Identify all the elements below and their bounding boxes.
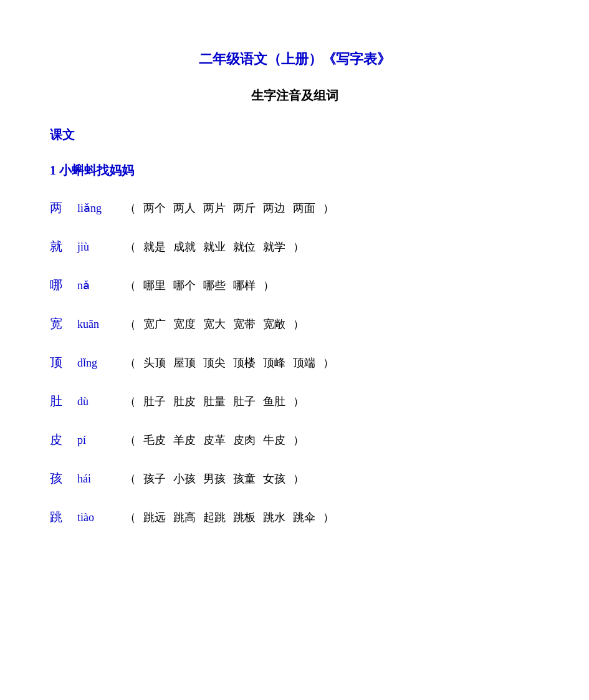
pinyin: nǎ xyxy=(77,277,115,295)
sub-title: 生字注音及组词 xyxy=(50,87,539,104)
word: 跳伞 xyxy=(293,511,315,524)
word: 顶楼 xyxy=(233,357,256,369)
word: 肚子 xyxy=(143,395,166,408)
word: 哪样 xyxy=(233,279,256,292)
close-paren: ） xyxy=(263,279,274,292)
character: 跳 xyxy=(50,507,72,527)
word: 鱼肚 xyxy=(263,395,285,408)
word: 顶端 xyxy=(293,357,315,369)
word: 跳远 xyxy=(143,511,166,524)
word: 两片 xyxy=(203,202,226,214)
word: 顶尖 xyxy=(203,357,226,369)
word: 宽广 xyxy=(143,318,166,330)
open-paren: （ xyxy=(125,241,136,253)
word: 哪些 xyxy=(203,279,226,292)
open-paren: （ xyxy=(125,434,136,446)
word-group: （两个两人两片两斤两边两面） xyxy=(125,199,342,218)
character: 两 xyxy=(50,198,72,218)
word: 跳板 xyxy=(233,511,256,524)
char-row: 跳tiào（跳远跳高起跳跳板跳水跳伞） xyxy=(50,507,539,527)
close-paren: ） xyxy=(293,472,304,485)
character: 肚 xyxy=(50,391,72,411)
word-group: （肚子肚皮肚量肚子鱼肚） xyxy=(125,393,312,411)
character: 就 xyxy=(50,236,72,256)
main-title: 二年级语文（上册）《写字表》 xyxy=(50,50,539,69)
pinyin: dù xyxy=(77,393,115,411)
word: 肚子 xyxy=(233,395,256,408)
word: 宽大 xyxy=(203,318,226,330)
close-paren: ） xyxy=(323,202,334,214)
word: 跳高 xyxy=(173,511,196,524)
word: 肚皮 xyxy=(173,395,196,408)
close-paren: ） xyxy=(293,434,304,446)
character: 宽 xyxy=(50,314,72,333)
lesson-title: 1 小蝌蚪找妈妈 xyxy=(50,162,539,179)
word: 就是 xyxy=(143,241,166,253)
word: 两人 xyxy=(173,202,196,214)
word: 两面 xyxy=(293,202,315,214)
word: 就学 xyxy=(263,241,285,253)
word: 宽度 xyxy=(173,318,196,330)
close-paren: ） xyxy=(293,395,304,408)
character: 皮 xyxy=(50,429,72,449)
word: 成就 xyxy=(173,241,196,253)
pinyin: hái xyxy=(77,470,115,488)
word: 孩子 xyxy=(143,472,166,485)
word-group: （毛皮羊皮皮革皮肉牛皮） xyxy=(125,431,312,449)
word: 孩童 xyxy=(233,472,256,485)
word: 两斤 xyxy=(233,202,256,214)
open-paren: （ xyxy=(125,279,136,292)
word-group: （哪里哪个哪些哪样） xyxy=(125,277,282,295)
word: 屋顶 xyxy=(173,357,196,369)
word: 肚量 xyxy=(203,395,226,408)
word: 顶峰 xyxy=(263,357,285,369)
character: 孩 xyxy=(50,468,72,488)
open-paren: （ xyxy=(125,511,136,524)
word: 头顶 xyxy=(143,357,166,369)
word: 就位 xyxy=(233,241,256,253)
char-row: 宽kuān（宽广宽度宽大宽带宽敞） xyxy=(50,314,539,333)
pinyin: dǐng xyxy=(77,354,115,372)
word: 羊皮 xyxy=(173,434,196,446)
word: 皮肉 xyxy=(233,434,256,446)
word: 起跳 xyxy=(203,511,226,524)
section-title: 课文 xyxy=(50,127,539,143)
word: 哪里 xyxy=(143,279,166,292)
pinyin: tiào xyxy=(77,509,115,527)
word-group: （宽广宽度宽大宽带宽敞） xyxy=(125,315,312,333)
word-group: （头顶屋顶顶尖顶楼顶峰顶端） xyxy=(125,354,342,372)
word-group: （孩子小孩男孩孩童女孩） xyxy=(125,470,312,488)
pinyin: jiù xyxy=(77,238,115,256)
word-group: （跳远跳高起跳跳板跳水跳伞） xyxy=(125,509,342,527)
word: 小孩 xyxy=(173,472,196,485)
word: 皮革 xyxy=(203,434,226,446)
open-paren: （ xyxy=(125,395,136,408)
word: 就业 xyxy=(203,241,226,253)
pinyin: pí xyxy=(77,431,115,449)
word-group: （就是成就就业就位就学） xyxy=(125,238,312,256)
char-row: 就jiù（就是成就就业就位就学） xyxy=(50,236,539,256)
word: 两个 xyxy=(143,202,166,214)
open-paren: （ xyxy=(125,202,136,214)
close-paren: ） xyxy=(293,318,304,330)
char-row: 两liǎng（两个两人两片两斤两边两面） xyxy=(50,198,539,218)
pinyin: liǎng xyxy=(77,199,115,218)
char-row: 哪nǎ（哪里哪个哪些哪样） xyxy=(50,275,539,295)
character-list: 两liǎng（两个两人两片两斤两边两面）就jiù（就是成就就业就位就学）哪nǎ（… xyxy=(50,198,539,527)
pinyin: kuān xyxy=(77,315,115,333)
char-row: 肚dù（肚子肚皮肚量肚子鱼肚） xyxy=(50,391,539,411)
open-paren: （ xyxy=(125,318,136,330)
word: 男孩 xyxy=(203,472,226,485)
word: 宽敞 xyxy=(263,318,285,330)
word: 女孩 xyxy=(263,472,285,485)
close-paren: ） xyxy=(323,511,334,524)
open-paren: （ xyxy=(125,472,136,485)
word: 牛皮 xyxy=(263,434,285,446)
word: 两边 xyxy=(263,202,285,214)
character: 哪 xyxy=(50,275,72,295)
char-row: 孩hái（孩子小孩男孩孩童女孩） xyxy=(50,468,539,488)
close-paren: ） xyxy=(293,241,304,253)
character: 顶 xyxy=(50,352,72,372)
open-paren: （ xyxy=(125,357,136,369)
word: 宽带 xyxy=(233,318,256,330)
